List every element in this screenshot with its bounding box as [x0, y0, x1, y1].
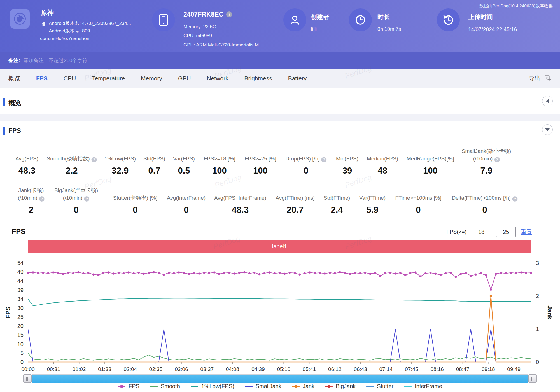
tab-fps[interactable]: FPS	[36, 75, 48, 82]
svg-text:00:00: 00:00	[21, 366, 35, 372]
fps-threshold-low-input[interactable]	[472, 227, 491, 237]
export-button[interactable]: 导出	[529, 74, 540, 82]
fps-jank-chart[interactable]: 0510152025303439444954012300:0000:3101:0…	[0, 253, 560, 374]
legend-jank[interactable]: Jank	[292, 383, 314, 389]
legend-marker-icon	[292, 384, 300, 388]
device-model: 2407FRK8ECi	[183, 11, 232, 18]
stat-label: Std(FTime)	[324, 184, 350, 202]
upload-time-label: 上传时间	[468, 13, 493, 21]
help-icon[interactable]: ?	[39, 196, 44, 202]
stat-value: 0	[452, 205, 518, 215]
stat-avg-fps-: Avg(FPS)48.3	[15, 145, 38, 176]
stat-label: Var(FTime)	[359, 184, 386, 202]
svg-text:08:16: 08:16	[430, 366, 444, 372]
stat-value: 0.5	[173, 166, 195, 176]
help-icon[interactable]: ?	[512, 196, 517, 202]
section-gap	[0, 114, 560, 121]
svg-text:01:02: 01:02	[73, 366, 86, 372]
fps-threshold-high-input[interactable]	[496, 227, 516, 237]
stat-drop-fps-h-: Drop(FPS) [/h]?0	[285, 145, 326, 176]
tab-memory[interactable]: Memory	[141, 75, 162, 82]
svg-text:05:10: 05:10	[277, 366, 290, 372]
legend-marker-icon	[245, 384, 253, 388]
legend-marker-icon	[325, 384, 333, 388]
fps-section-title: FPS	[8, 127, 21, 135]
stat-label: Avg(FPS+InterFrame)	[214, 184, 266, 202]
legend-stutter[interactable]: Stutter	[366, 383, 393, 389]
series-smalljank	[28, 329, 531, 362]
section-divider2	[0, 142, 560, 142]
help-icon[interactable]: ?	[92, 157, 97, 162]
tab-bar: 概览FPSCPUTemperatureMemoryGPUNetworkBrigh…	[0, 69, 560, 88]
stat-label: BigJank(严重卡顿)(/10min)?	[54, 184, 98, 202]
svg-text:34: 34	[17, 296, 24, 302]
tab-temperature[interactable]: Temperature	[92, 75, 125, 82]
legend-marker-icon	[366, 384, 374, 388]
svg-text:04:39: 04:39	[251, 366, 265, 372]
svg-text:01:33: 01:33	[98, 366, 111, 372]
overview-collapse-button[interactable]	[542, 96, 553, 106]
export-icon[interactable]	[544, 74, 552, 82]
stat-value: 48.3	[15, 166, 38, 176]
legend-label: InterFrame	[415, 383, 442, 389]
legend-label: Stutter	[377, 383, 393, 389]
history-clock-icon	[442, 14, 454, 26]
help-icon[interactable]: ?	[494, 157, 500, 162]
stat-label: FPS>=25 [%]	[244, 145, 276, 162]
tab-cpu[interactable]: CPU	[64, 75, 76, 82]
series-fps	[28, 272, 531, 290]
help-icon[interactable]: ?	[321, 157, 327, 162]
tab-battery[interactable]: Battery	[288, 75, 307, 82]
fps-collapse-button[interactable]	[542, 124, 553, 135]
scrollbar-left-handle[interactable]	[23, 374, 32, 383]
legend-smalljank[interactable]: SmallJank	[245, 383, 281, 389]
tab-gpu[interactable]: GPU	[178, 75, 191, 82]
legend-fps[interactable]: FPS	[118, 383, 139, 389]
upload-icon-circle	[437, 8, 460, 31]
device-info-icon[interactable]: i	[226, 11, 232, 17]
legend-1-low-fps-[interactable]: 1%Low(FPS)	[191, 383, 234, 389]
fps-threshold-label: FPS(>=)	[446, 229, 466, 235]
stat-value: 100	[204, 166, 235, 176]
legend-bigjank[interactable]: BigJank	[325, 383, 356, 389]
stat-value: 0.7	[143, 166, 165, 176]
stat-label: Var(FPS)	[173, 145, 195, 162]
stat-std-fps-: Std(FPS)0.7	[143, 145, 165, 176]
svg-text:06:12: 06:12	[328, 366, 342, 372]
tab-概览[interactable]: 概览	[8, 74, 20, 82]
svg-text:49: 49	[17, 269, 24, 275]
note-input[interactable]	[24, 58, 276, 64]
stat-value: 0	[395, 205, 441, 215]
header: 原神 Android版本名: 4.7.0_23093867_234... And…	[0, 0, 560, 52]
grip-icon	[531, 377, 534, 381]
svg-text:25: 25	[17, 314, 24, 320]
legend-label: Smooth	[161, 383, 180, 389]
tab-brightness[interactable]: Brightness	[244, 75, 272, 82]
stat-value: 20.7	[276, 205, 314, 215]
scrollbar-right-handle[interactable]	[528, 374, 537, 383]
help-icon[interactable]: ?	[84, 196, 89, 202]
legend-smooth[interactable]: Smooth	[150, 383, 180, 389]
stat-label: 1%Low(FPS)	[104, 145, 136, 162]
reset-link[interactable]: 重置	[521, 228, 532, 236]
overview-accent-bar	[3, 98, 5, 106]
legend-interframe[interactable]: InterFrame	[404, 383, 442, 389]
triangle-down-icon	[545, 128, 550, 134]
fps-accent-bar	[3, 127, 5, 135]
note-label: 备注:	[8, 57, 20, 64]
svg-text:Jank: Jank	[546, 305, 553, 320]
legend-label: BigJank	[336, 383, 356, 389]
stat-label: Min(FPS)	[336, 145, 358, 162]
android-icon	[41, 21, 46, 28]
triangle-left-icon	[543, 99, 549, 103]
scrollbar-track[interactable]	[32, 374, 528, 383]
stats-row-1: Avg(FPS)48.3Smooth(稳帧指数)?2.21%Low(FPS)32…	[0, 145, 560, 182]
device-cpu: CPU: mt6989	[183, 33, 212, 39]
note-bar: 备注:	[0, 52, 560, 69]
grip-icon	[26, 377, 29, 381]
stat-value: 100	[407, 166, 454, 176]
tab-network[interactable]: Network	[207, 75, 228, 82]
stat-jank-: Jank(卡顿)(/10min)?2	[18, 184, 45, 215]
chart-hscrollbar[interactable]	[23, 374, 537, 383]
stat-label: Avg(FPS)	[15, 145, 38, 162]
